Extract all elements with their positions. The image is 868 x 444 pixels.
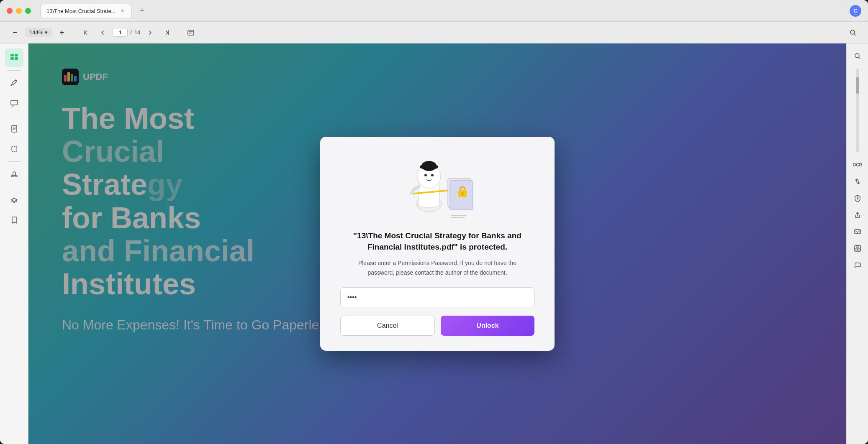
sidebar-sep-2 [8, 116, 21, 116]
annotation-button[interactable] [184, 26, 198, 39]
scroll-thumb [856, 77, 859, 94]
sidebar-organize-icon[interactable] [5, 120, 23, 138]
password-modal: "13\The Most Crucial Strategy for Banks … [320, 137, 555, 351]
svg-point-20 [421, 161, 437, 171]
cancel-button[interactable]: Cancel [340, 316, 435, 336]
right-protect-icon[interactable] [850, 191, 865, 206]
sidebar-crop-icon[interactable] [5, 140, 23, 158]
sidebar-sep-1 [8, 70, 21, 71]
sidebar-comment-icon[interactable] [5, 94, 23, 112]
user-avatar[interactable]: C [850, 5, 861, 17]
modal-illustration [395, 153, 479, 220]
svg-rect-2 [62, 31, 62, 35]
page-navigation: 1 / 14 [113, 28, 140, 37]
toolbar-right [846, 26, 860, 39]
sidebar-sep-3 [8, 161, 21, 162]
tab-close-button[interactable]: ✕ [119, 8, 126, 14]
svg-rect-28 [462, 194, 463, 195]
svg-rect-10 [12, 125, 17, 132]
page-input[interactable]: 1 [113, 28, 128, 37]
separator-2 [179, 28, 179, 38]
minimize-button[interactable] [16, 8, 22, 14]
prev-page-button[interactable] [96, 26, 109, 39]
zoom-dropdown-icon: ▾ [45, 29, 48, 36]
svg-point-21 [424, 174, 427, 176]
first-page-button[interactable] [79, 26, 92, 39]
scroll-track[interactable] [856, 69, 859, 152]
zoom-in-button[interactable] [55, 26, 69, 39]
page-separator: / [130, 29, 132, 36]
right-sidebar: OCR [846, 43, 868, 444]
modal-overlay: "13\The Most Crucial Strategy for Banks … [28, 43, 846, 444]
svg-point-23 [409, 194, 413, 199]
password-input[interactable] [340, 287, 534, 307]
right-convert-icon[interactable] [850, 174, 865, 189]
sidebar-bookmark-icon[interactable] [5, 211, 23, 229]
traffic-lights [7, 8, 31, 14]
right-search-icon[interactable] [850, 48, 865, 64]
right-save-icon[interactable] [850, 241, 865, 256]
close-button[interactable] [7, 8, 13, 14]
sidebar-thumbnail-icon[interactable] [5, 48, 23, 67]
left-sidebar [0, 43, 28, 444]
svg-rect-3 [188, 30, 194, 35]
zoom-out-button[interactable] [8, 26, 22, 39]
zoom-display[interactable]: 144% ▾ [25, 28, 52, 37]
toolbar: 144% ▾ 1 / 14 [0, 22, 868, 43]
maximize-button[interactable] [25, 8, 31, 14]
ocr-label: OCR [853, 163, 862, 167]
last-page-button[interactable] [160, 26, 174, 39]
svg-rect-9 [11, 100, 18, 105]
svg-rect-6 [15, 54, 18, 56]
sidebar-edit-icon[interactable] [5, 74, 23, 92]
sidebar-sep-4 [8, 187, 21, 187]
modal-buttons: Cancel Unlock [340, 316, 534, 336]
modal-description: Please enter a Permissions Password. If … [358, 258, 517, 277]
svg-rect-31 [855, 230, 860, 234]
svg-rect-30 [857, 198, 858, 199]
titlebar: 13\The Most Crucial Strate... ✕ + C [0, 0, 868, 22]
content-area: UPDF The Most Crucial Strategy for Banks… [0, 43, 868, 444]
search-toolbar-button[interactable] [846, 26, 860, 39]
right-share-icon[interactable] [850, 207, 865, 222]
modal-title: "13\The Most Crucial Strategy for Banks … [340, 230, 534, 253]
zoom-level: 144% [29, 29, 43, 36]
page-total: 14 [134, 29, 140, 36]
svg-rect-5 [10, 54, 14, 56]
right-email-icon[interactable] [850, 224, 865, 239]
new-tab-button[interactable]: + [136, 5, 148, 17]
svg-rect-11 [12, 146, 17, 151]
app-window: 13\The Most Crucial Strate... ✕ + C 144%… [0, 0, 868, 444]
svg-rect-7 [10, 57, 14, 60]
separator-1 [74, 28, 74, 38]
next-page-button[interactable] [144, 26, 157, 39]
sidebar-stamp-icon[interactable] [5, 165, 23, 184]
right-ocr-icon[interactable]: OCR [850, 157, 865, 172]
svg-point-35 [857, 249, 858, 250]
svg-rect-0 [13, 32, 17, 33]
svg-rect-8 [15, 57, 18, 60]
right-chat-icon[interactable] [850, 258, 865, 273]
tab[interactable]: 13\The Most Crucial Strate... ✕ [40, 4, 132, 18]
pdf-area: UPDF The Most Crucial Strategy for Banks… [28, 43, 846, 444]
unlock-button[interactable]: Unlock [441, 316, 534, 336]
svg-rect-12 [11, 176, 17, 177]
svg-point-22 [431, 174, 434, 176]
tab-label: 13\The Most Crucial Strate... [46, 8, 116, 14]
sidebar-layers-icon[interactable] [5, 191, 23, 209]
